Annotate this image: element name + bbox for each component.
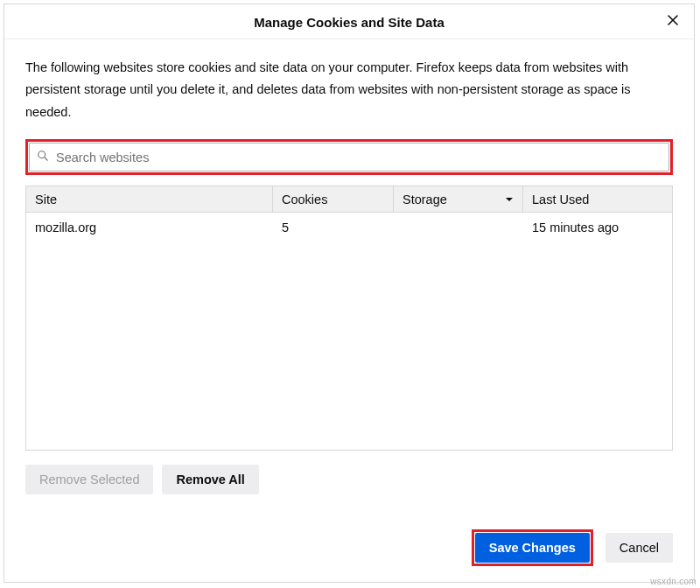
column-label: Last Used (532, 192, 589, 206)
column-label: Storage (402, 192, 447, 206)
search-field[interactable] (29, 143, 669, 172)
dialog-footer: Save Changes Cancel (472, 529, 673, 566)
search-icon (37, 150, 54, 164)
svg-line-1 (45, 158, 48, 161)
column-label: Cookies (282, 192, 327, 206)
dialog-title: Manage Cookies and Site Data (254, 15, 444, 30)
cell-site: mozilla.org (26, 220, 273, 234)
column-label: Site (35, 192, 57, 206)
column-storage[interactable]: Storage (394, 186, 523, 212)
cell-cookies: 5 (273, 220, 394, 234)
close-icon[interactable] (666, 13, 680, 30)
watermark: wsxdn.com (650, 577, 696, 586)
column-site[interactable]: Site (26, 186, 273, 212)
dialog-header: Manage Cookies and Site Data (4, 4, 694, 39)
remove-buttons-row: Remove Selected Remove All (25, 465, 673, 494)
search-highlight (25, 139, 673, 175)
remove-selected-button[interactable]: Remove Selected (25, 465, 153, 494)
save-changes-button[interactable]: Save Changes (475, 533, 590, 563)
save-highlight: Save Changes (472, 529, 593, 566)
search-input[interactable] (54, 150, 662, 165)
cancel-button[interactable]: Cancel (606, 533, 673, 563)
manage-cookies-dialog: Manage Cookies and Site Data The followi… (4, 4, 695, 583)
column-cookies[interactable]: Cookies (273, 186, 394, 212)
remove-all-button[interactable]: Remove All (162, 465, 258, 494)
cell-last-used: 15 minutes ago (523, 220, 672, 234)
table-header: Site Cookies Storage Last Used (26, 186, 672, 213)
column-last-used[interactable]: Last Used (523, 186, 672, 212)
dialog-description: The following websites store cookies and… (25, 57, 673, 123)
table-row[interactable]: mozilla.org 5 15 minutes ago (26, 213, 672, 242)
chevron-down-icon (505, 192, 514, 206)
sites-table: Site Cookies Storage Last Used mozilla.o… (25, 186, 673, 451)
